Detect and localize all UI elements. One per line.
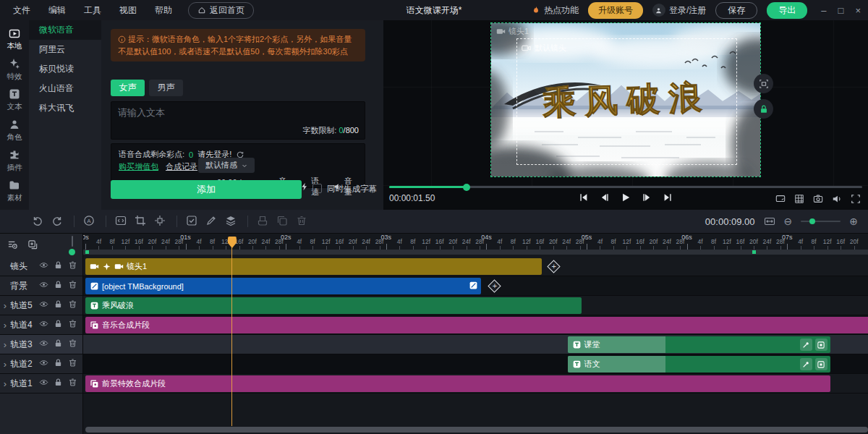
camera-snap-button[interactable] — [813, 194, 823, 206]
track-header-轨道1[interactable]: ›轨道1 — [0, 374, 82, 393]
camera-frame[interactable]: 默认镜头 — [516, 38, 737, 165]
step-back-button[interactable] — [600, 192, 610, 205]
track-header-轨道2[interactable]: ›轨道2 — [0, 354, 82, 374]
fit-to-screen-button[interactable] — [754, 74, 773, 93]
undo-button[interactable] — [32, 215, 43, 229]
mask-button[interactable] — [815, 339, 827, 351]
lock-track-button[interactable] — [54, 319, 63, 331]
sidebar-item[interactable]: 文本 — [0, 88, 29, 112]
menu-item[interactable]: 编辑 — [48, 4, 66, 17]
chevron-right-icon[interactable]: › — [0, 378, 10, 389]
delete-track-button[interactable] — [68, 319, 77, 331]
voice-provider-item[interactable]: 科大讯飞 — [29, 98, 101, 118]
timeline-range-strip[interactable] — [83, 250, 868, 255]
track-list-button[interactable] — [7, 239, 18, 252]
export-button[interactable]: 导出 — [767, 2, 807, 19]
track-header-镜头[interactable]: 镜头 — [0, 257, 82, 276]
step-forward-button[interactable] — [642, 192, 652, 205]
timeline-horizontal-scrollbar[interactable] — [85, 427, 868, 433]
tts-text-input[interactable]: 请输入文本 字数限制: 0/800 — [111, 101, 365, 140]
zoom-in-icon[interactable]: ⊕ — [849, 216, 858, 227]
visibility-eye-button[interactable] — [39, 378, 48, 389]
delete-track-button[interactable] — [68, 358, 77, 370]
close-button[interactable]: × — [855, 5, 861, 16]
select-check-button[interactable] — [186, 215, 197, 229]
minimize-button[interactable]: – — [821, 5, 826, 16]
delete-track-button[interactable] — [68, 339, 77, 350]
visibility-eye-button[interactable] — [39, 299, 48, 311]
lock-track-button[interactable] — [54, 299, 63, 311]
edit-button[interactable] — [205, 215, 217, 229]
timeline-clip[interactable]: 课堂 — [568, 336, 830, 353]
add-button[interactable]: 添加 — [111, 180, 302, 199]
add-group-button[interactable] — [27, 239, 38, 252]
skip-start-button[interactable] — [579, 192, 589, 205]
timeline-clip[interactable]: 语文 — [568, 356, 830, 373]
lock-button[interactable] — [754, 99, 773, 119]
skip-end-button[interactable] — [663, 192, 673, 205]
preview-canvas[interactable]: 乘风破浪 镜头1 默认镜头 — [490, 22, 761, 177]
sidebar-item[interactable]: 特效 — [0, 58, 29, 82]
visibility-eye-button[interactable] — [39, 319, 48, 331]
visibility-eye-button[interactable] — [39, 260, 48, 272]
track-header-轨道4[interactable]: ›轨道4 — [0, 315, 82, 335]
range-marker[interactable] — [85, 250, 89, 254]
track-header-背景[interactable]: 背景 — [0, 276, 82, 296]
delete-track-button[interactable] — [68, 299, 77, 311]
menu-item[interactable]: 文件 — [13, 4, 30, 17]
synthesis-history-link[interactable]: 合成记录 — [166, 161, 197, 172]
sidebar-item[interactable]: 素材 — [0, 179, 29, 203]
lock-track-button[interactable] — [54, 339, 63, 350]
lock-track-button[interactable] — [54, 358, 63, 370]
volume-button[interactable] — [832, 194, 842, 206]
lock-track-button[interactable] — [54, 260, 63, 272]
visibility-eye-button[interactable] — [39, 358, 48, 370]
fit-width-icon[interactable] — [764, 216, 775, 227]
layers-button[interactable] — [225, 215, 237, 229]
timeline-clip[interactable]: 镜头1 — [85, 258, 542, 275]
align-button[interactable] — [154, 215, 166, 229]
timeline-clip[interactable]: 前景特效合成片段 — [85, 375, 830, 392]
preview-progress-handle[interactable] — [463, 184, 470, 191]
visibility-eye-button[interactable] — [39, 280, 48, 292]
chevron-right-icon[interactable]: › — [0, 320, 10, 331]
timeline-clip[interactable]: [object TMBackground] — [85, 278, 481, 294]
mask-button[interactable] — [815, 358, 827, 370]
range-marker[interactable] — [752, 250, 756, 254]
timeline-clip[interactable]: 音乐合成片段 — [85, 317, 868, 333]
upgrade-account-button[interactable]: 升级账号 — [588, 2, 643, 19]
lock-track-button[interactable] — [54, 280, 63, 292]
chevron-right-icon[interactable]: › — [0, 359, 10, 370]
lock-track-button[interactable] — [54, 378, 63, 389]
sidebar-item[interactable]: 插件 — [0, 149, 29, 173]
timeline-ruler[interactable]: 0s4f8f12f16f20f24f28f01s4f8f12f16f20f24f… — [83, 234, 868, 250]
buy-credits-link[interactable]: 购买增值包 — [119, 161, 158, 172]
timeline-zoom-slider[interactable] — [801, 221, 841, 222]
save-button[interactable]: 保存 — [715, 2, 757, 19]
fullscreen-button[interactable] — [851, 194, 861, 206]
track-height-slider[interactable] — [72, 236, 73, 247]
voice-provider-item[interactable]: 标贝悦读 — [29, 59, 101, 79]
voice-provider-item[interactable]: 微软语音 — [29, 20, 101, 40]
code-box-button[interactable] — [115, 215, 127, 229]
menu-item[interactable]: 工具 — [84, 4, 101, 17]
delete-track-button[interactable] — [68, 280, 77, 292]
home-button[interactable]: 返回首页 — [188, 2, 254, 19]
hot-features-button[interactable]: 热点功能 — [532, 4, 579, 17]
animation-button[interactable] — [800, 358, 812, 370]
tab-female-voice[interactable]: 女声 — [111, 80, 145, 96]
screen-button[interactable] — [775, 194, 786, 206]
voice-provider-item[interactable]: 阿里云 — [29, 40, 101, 59]
sidebar-item[interactable]: 角色 — [0, 119, 29, 142]
tab-male-voice[interactable]: 男声 — [149, 80, 183, 96]
subtitle-checkbox[interactable] — [312, 184, 322, 193]
sidebar-item[interactable]: 本地 — [0, 27, 29, 51]
track-height-handle[interactable] — [69, 249, 75, 255]
keyframe-marker[interactable]: + — [548, 261, 559, 272]
chevron-right-icon[interactable]: › — [0, 339, 10, 350]
timeline-zoom-handle[interactable] — [809, 218, 815, 224]
voice-provider-item[interactable]: 火山语音 — [29, 79, 101, 98]
chevron-right-icon[interactable]: › — [0, 300, 10, 311]
grid-button[interactable] — [794, 194, 804, 206]
visibility-eye-button[interactable] — [39, 339, 48, 350]
